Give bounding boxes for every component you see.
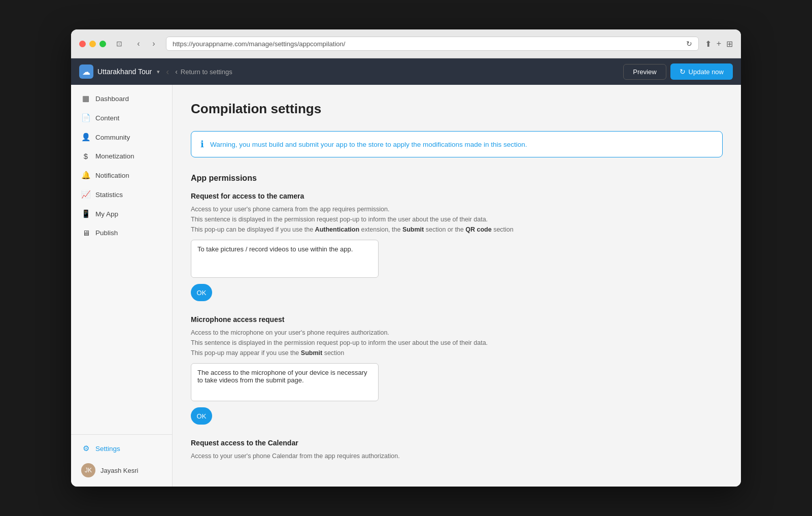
microphone-ok-button[interactable]: OK: [191, 407, 212, 425]
sidebar-item-notification[interactable]: 🔔 Notification: [71, 166, 172, 185]
myapp-icon: 📱: [81, 209, 90, 218]
content-area: Compilation settings ℹ Warning, you must…: [173, 85, 741, 487]
mic-submit-bold: Submit: [301, 349, 322, 357]
sidebar-label-statistics: Statistics: [95, 191, 123, 199]
sidebar-item-statistics[interactable]: 📈 Statistics: [71, 185, 172, 204]
forward-button[interactable]: ›: [148, 38, 160, 50]
camera-desc-line1: Access to your user's phone camera from …: [191, 206, 389, 213]
sidebar-item-dashboard[interactable]: ▦ Dashboard: [71, 89, 172, 108]
settings-icon: ⚙: [81, 444, 90, 453]
maximize-button[interactable]: [99, 41, 106, 47]
page-title: Compilation settings: [191, 101, 723, 117]
sidebar-label-community: Community: [95, 134, 130, 141]
microphone-permission-desc: Access to the microphone on your user's …: [191, 328, 723, 358]
calendar-permission-title: Request access to the Calendar: [191, 439, 723, 447]
camera-permission-desc: Access to your user's phone camera from …: [191, 204, 723, 235]
update-icon: ↻: [680, 68, 686, 76]
sidebar-item-community[interactable]: 👤 Community: [71, 127, 172, 147]
cloud-icon: ☁: [82, 67, 90, 77]
address-bar[interactable]: https://yourappname.com/manage/settings/…: [166, 37, 699, 51]
calendar-desc-line1: Access to your user's phone Calendar fro…: [191, 453, 400, 460]
back-link[interactable]: ‹ Return to settings: [175, 68, 232, 76]
sidebar-label-publish: Publish: [95, 229, 118, 237]
sidebar-item-settings[interactable]: ⚙ Settings: [71, 439, 172, 458]
share-icon[interactable]: ⬆: [705, 39, 712, 49]
mic-desc-line3-pre: This pop-up may appear if you use the: [191, 349, 301, 357]
new-tab-icon[interactable]: +: [717, 39, 721, 49]
preview-button[interactable]: Preview: [623, 64, 666, 80]
update-now-button[interactable]: ↻ Update now: [670, 63, 733, 80]
sidebar-item-monetization[interactable]: $ Monetization: [71, 147, 172, 166]
calendar-permission-block: Request access to the Calendar Access to…: [191, 439, 723, 461]
sidebar-label-content: Content: [95, 114, 119, 122]
info-icon: ℹ: [200, 139, 204, 150]
app-container: ☁ Uttarakhand Tour ▾ ‹ ‹ Return to setti…: [71, 58, 741, 487]
camera-auth-bold: Authentication: [315, 226, 360, 233]
statistics-icon: 📈: [81, 190, 90, 199]
mic-desc-line1: Access to the microphone on your user's …: [191, 329, 389, 336]
camera-permission-block: Request for access to the camera Access …: [191, 192, 723, 301]
sidebar-toggle-button[interactable]: ⊡: [114, 39, 124, 49]
microphone-permission-textarea[interactable]: The access to the microphone of your dev…: [191, 363, 379, 401]
app-dropdown-chevron: ▾: [157, 69, 160, 75]
window-controls: ⊡: [114, 39, 124, 49]
mic-desc-line2: This sentence is displayed in the permis…: [191, 339, 488, 346]
settings-label: Settings: [95, 445, 120, 453]
avatar-initials: JK: [85, 467, 92, 474]
url-text: https://yourappname.com/manage/settings/…: [173, 40, 345, 48]
tabs-icon[interactable]: ⊞: [726, 39, 733, 49]
back-button[interactable]: ‹: [132, 38, 145, 50]
camera-desc-post: section or the: [424, 226, 465, 233]
calendar-permission-desc: Access to your user's phone Calendar fro…: [191, 451, 723, 461]
browser-nav: ‹ ›: [132, 38, 160, 50]
camera-submit-bold: Submit: [402, 226, 424, 233]
mic-desc-post: section: [322, 349, 344, 357]
warning-banner: ℹ Warning, you must build and submit you…: [191, 131, 723, 157]
community-icon: 👤: [81, 133, 90, 142]
sidebar-spacer: [71, 242, 172, 434]
app-permissions-title: App permissions: [191, 174, 723, 183]
traffic-lights: [79, 41, 106, 47]
main-layout: ▦ Dashboard 📄 Content 👤 Community $ Mone…: [71, 85, 741, 487]
user-name: Jayash Kesri: [100, 467, 138, 474]
app-logo[interactable]: ☁ Uttarakhand Tour ▾: [79, 64, 160, 79]
camera-permission-textarea[interactable]: To take pictures / record videos to use …: [191, 240, 379, 278]
update-label: Update now: [689, 68, 724, 76]
microphone-permission-title: Microphone access request: [191, 315, 723, 324]
dashboard-icon: ▦: [81, 94, 90, 103]
camera-desc-mid: extension, the: [359, 226, 402, 233]
browser-actions: ⬆ + ⊞: [705, 39, 733, 49]
sidebar-label-monetization: Monetization: [95, 152, 134, 160]
sidebar: ▦ Dashboard 📄 Content 👤 Community $ Mone…: [71, 85, 173, 487]
camera-ok-button[interactable]: OK: [191, 284, 212, 301]
minimize-button[interactable]: [89, 41, 96, 47]
sidebar-item-publish[interactable]: 🖥 Publish: [71, 223, 172, 242]
sidebar-label-dashboard: Dashboard: [95, 95, 129, 103]
app-logo-icon: ☁: [79, 64, 93, 79]
camera-permission-title: Request for access to the camera: [191, 192, 723, 200]
browser-window: ⊡ ‹ › https://yourappname.com/manage/set…: [71, 29, 741, 487]
app-permissions-section: App permissions Request for access to th…: [191, 174, 723, 461]
sidebar-user[interactable]: JK Jayash Kesri: [71, 458, 172, 482]
browser-titlebar: ⊡ ‹ › https://yourappname.com/manage/set…: [71, 29, 741, 58]
camera-qr-bold: QR code: [465, 226, 491, 233]
content-icon: 📄: [81, 113, 90, 122]
back-link-label: Return to settings: [181, 68, 232, 76]
camera-desc-end: section: [492, 226, 514, 233]
nav-divider: ‹: [166, 67, 169, 77]
top-nav: ☁ Uttarakhand Tour ▾ ‹ ‹ Return to setti…: [71, 58, 741, 85]
sidebar-label-notification: Notification: [95, 172, 129, 179]
app-name-label: Uttarakhand Tour: [97, 68, 152, 76]
refresh-icon[interactable]: ↻: [686, 40, 692, 48]
sidebar-bottom: ⚙ Settings JK Jayash Kesri: [71, 434, 172, 487]
sidebar-item-myapp[interactable]: 📱 My App: [71, 204, 172, 223]
user-avatar: JK: [81, 463, 95, 477]
sidebar-item-content[interactable]: 📄 Content: [71, 108, 172, 127]
camera-desc-line3-pre: This pop-up can be displayed if you use …: [191, 226, 315, 233]
notification-icon: 🔔: [81, 171, 90, 180]
monetization-icon: $: [81, 152, 90, 160]
microphone-permission-block: Microphone access request Access to the …: [191, 315, 723, 425]
close-button[interactable]: [79, 41, 86, 47]
camera-desc-line2: This sentence is displayed in the permis…: [191, 216, 488, 223]
warning-text: Warning, you must build and submit your …: [210, 141, 527, 148]
